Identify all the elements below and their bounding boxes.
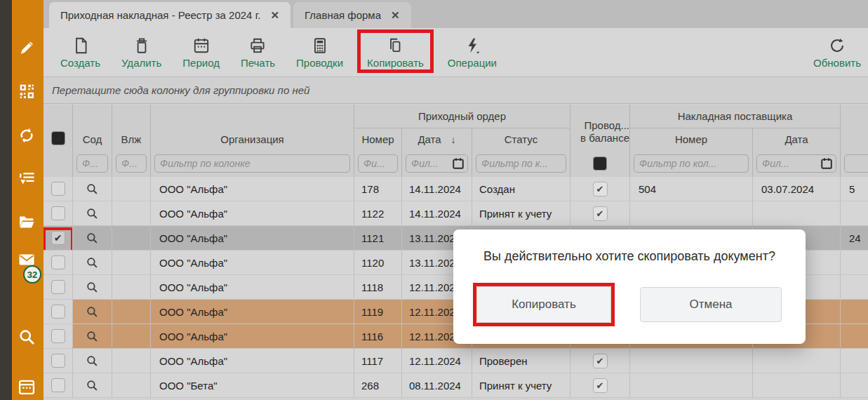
folder-open-icon[interactable] bbox=[17, 212, 36, 232]
pencil-icon[interactable] bbox=[17, 38, 36, 58]
tab-registry[interactable]: Приходная накладная - Реестр за 2024 г. … bbox=[49, 2, 291, 28]
cancel-button[interactable]: Отмена bbox=[640, 287, 782, 322]
in-balance-checkbox[interactable] bbox=[593, 182, 608, 196]
calendar-icon[interactable] bbox=[820, 157, 833, 170]
calendar-icon[interactable] bbox=[17, 377, 36, 396]
in-balance-cell bbox=[570, 349, 630, 373]
row-checkbox-cell bbox=[44, 324, 73, 349]
filter-input-status[interactable] bbox=[476, 154, 566, 173]
content-cell bbox=[73, 373, 112, 398]
column-header-sod[interactable]: Сод bbox=[73, 105, 112, 150]
close-icon[interactable]: ✕ bbox=[391, 9, 400, 22]
search-icon[interactable] bbox=[86, 354, 99, 368]
search-icon[interactable] bbox=[86, 182, 99, 196]
column-header-supplier-date[interactable]: Дата bbox=[753, 128, 841, 150]
order-number-cell: 268 bbox=[354, 373, 402, 398]
column-header-date[interactable]: Дата ↓ bbox=[402, 128, 472, 150]
print-button[interactable]: Печать bbox=[241, 36, 275, 69]
confirm-copy-button[interactable]: Копировать bbox=[476, 286, 611, 323]
row-checkbox[interactable] bbox=[51, 378, 65, 392]
in-balance-filter-checkbox[interactable] bbox=[593, 156, 607, 171]
search-icon[interactable] bbox=[86, 281, 99, 294]
row-checkbox-cell bbox=[44, 201, 73, 226]
column-header-provod[interactable]: Провод... в балансе bbox=[570, 105, 630, 150]
column-header-vlzh[interactable]: Влж bbox=[112, 105, 151, 150]
table-row[interactable]: ООО "Альфа" 1117 12.11.2024 Проверен bbox=[44, 349, 868, 373]
in-balance-checkbox[interactable] bbox=[593, 206, 608, 221]
supplier-number-cell bbox=[630, 373, 753, 398]
table-row[interactable]: ООО "Альфа" 178 14.11.2024 Создан 504 03… bbox=[44, 177, 868, 201]
qr-code-icon[interactable] bbox=[17, 81, 36, 101]
in-balance-checkbox[interactable] bbox=[593, 354, 608, 368]
order-number-cell: 1118 bbox=[354, 275, 402, 300]
search-icon[interactable] bbox=[86, 379, 99, 392]
filter-cell-status bbox=[472, 150, 570, 177]
postings-button[interactable]: Проводки bbox=[296, 36, 343, 69]
column-header-num[interactable]: Номер bbox=[354, 128, 402, 150]
row-checkbox[interactable] bbox=[51, 182, 65, 196]
row-checkbox[interactable] bbox=[51, 255, 65, 269]
organization-cell: ООО "Альфа" bbox=[151, 324, 354, 349]
operations-button[interactable]: Операции bbox=[448, 36, 497, 69]
supplier-date-cell: 03.07.2024 bbox=[753, 177, 841, 201]
grouping-hint-bar[interactable]: Перетащите сюда колонку для группировки … bbox=[44, 77, 868, 104]
filter-input-org[interactable] bbox=[154, 154, 350, 173]
close-icon[interactable]: ✕ bbox=[270, 9, 279, 22]
attachment-cell bbox=[112, 373, 151, 398]
row-checkbox[interactable] bbox=[51, 329, 65, 343]
supplier-number-cell: 504 bbox=[630, 177, 753, 201]
status-cell: Проверен bbox=[472, 349, 570, 373]
search-icon[interactable] bbox=[86, 207, 99, 220]
organization-cell: ООО "Альфа" bbox=[151, 177, 354, 201]
filter-input-num[interactable] bbox=[358, 154, 398, 173]
annotation-highlight-confirm-button: Копировать bbox=[473, 283, 615, 326]
new-document-icon bbox=[72, 36, 90, 55]
filter-input-extra[interactable] bbox=[844, 154, 868, 173]
order-date-cell: 08.11.2024 bbox=[402, 373, 472, 398]
filter-input-vlzh[interactable] bbox=[116, 154, 147, 173]
attachment-cell bbox=[112, 251, 151, 275]
filter-input-supplier-num[interactable] bbox=[634, 154, 749, 173]
list-import-icon[interactable] bbox=[17, 169, 36, 189]
search-icon[interactable] bbox=[86, 305, 99, 319]
refresh-button[interactable]: Обновить bbox=[813, 36, 861, 69]
mail-badge: 32 bbox=[23, 265, 41, 284]
search-icon[interactable] bbox=[17, 327, 36, 347]
tab-bar: Приходная накладная - Реестр за 2024 г. … bbox=[44, 0, 868, 28]
copy-confirm-dialog: Вы действительно хотите скопировать доку… bbox=[453, 229, 806, 344]
copy-button[interactable]: Копировать bbox=[367, 36, 424, 69]
table-row[interactable]: ООО "Бета" 268 08.11.2024 Принят к учету bbox=[44, 373, 868, 398]
content-cell bbox=[73, 324, 112, 349]
period-button[interactable]: Период bbox=[182, 36, 220, 69]
tab-label: Приходная накладная - Реестр за 2024 г. bbox=[60, 9, 260, 21]
tab-main-form[interactable]: Главная форма ✕ bbox=[293, 2, 411, 28]
table-row[interactable]: ООО "Альфа" 1122 14.11.2024 Принят к уче… bbox=[44, 201, 868, 226]
column-header-org[interactable]: Организация bbox=[151, 105, 354, 150]
row-checkbox[interactable] bbox=[51, 206, 65, 220]
row-checkbox[interactable] bbox=[51, 354, 65, 368]
column-header-status[interactable]: Статус bbox=[472, 128, 570, 150]
delete-button[interactable]: Удалить bbox=[121, 36, 161, 69]
in-balance-checkbox[interactable] bbox=[593, 378, 608, 393]
sync-icon[interactable] bbox=[17, 126, 36, 145]
extra-cell bbox=[841, 324, 868, 349]
create-button[interactable]: Создать bbox=[60, 36, 100, 69]
trash-icon bbox=[133, 36, 151, 55]
search-icon[interactable] bbox=[86, 232, 99, 245]
content-cell bbox=[73, 300, 112, 324]
row-checkbox[interactable] bbox=[51, 280, 65, 294]
select-all-checkbox[interactable] bbox=[51, 131, 65, 145]
toolbar: Создать Удалить Период Печать Проводки К… bbox=[44, 28, 868, 77]
in-balance-cell bbox=[570, 373, 630, 398]
row-checkbox[interactable] bbox=[51, 305, 65, 319]
calendar-icon[interactable] bbox=[452, 157, 465, 170]
filter-input-sod[interactable] bbox=[76, 154, 108, 173]
filter-cell-supplier-num bbox=[630, 150, 753, 177]
order-number-cell: 1117 bbox=[354, 349, 402, 373]
content-cell bbox=[73, 226, 112, 251]
column-header-supplier-num[interactable]: Номер bbox=[630, 128, 753, 150]
search-icon[interactable] bbox=[86, 330, 99, 343]
row-checkbox[interactable] bbox=[51, 231, 65, 245]
search-icon[interactable] bbox=[86, 256, 99, 269]
table-header: Сод Влж Организация Приходный ордер Номе… bbox=[44, 105, 868, 177]
